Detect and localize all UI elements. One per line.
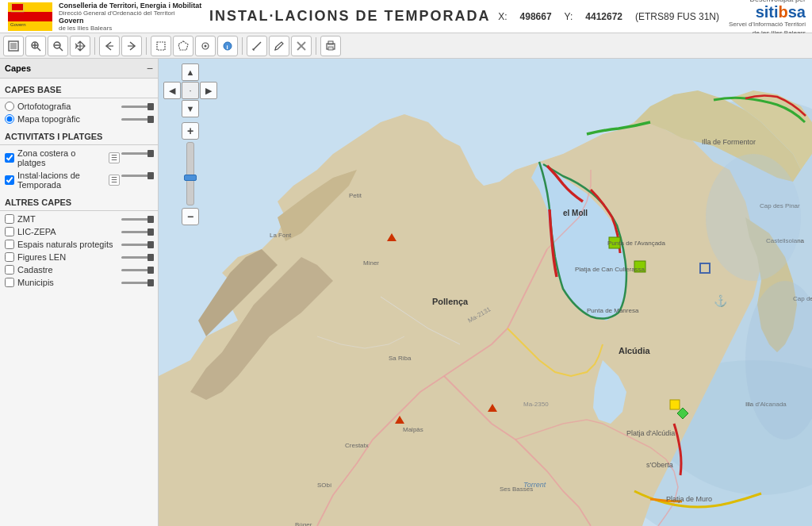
label-la-font: La Font: [270, 232, 292, 239]
svg-rect-5: [12, 4, 23, 10]
espais-naturals-checkbox[interactable]: [5, 240, 14, 249]
layer-item-ortofotografia: Ortofotografia: [0, 100, 158, 113]
select-point-button[interactable]: [195, 36, 216, 56]
sidebar-header-label: Capes: [5, 63, 31, 73]
zona-costera-opacity-slider[interactable]: [121, 152, 153, 155]
svg-rect-16: [157, 42, 165, 50]
map-svg[interactable]: ⚓ Pollença Alcúdia el Moll sa Pobla Illa…: [159, 59, 812, 526]
mapa-topografic-radio[interactable]: [5, 114, 14, 124]
select-rectangle-button[interactable]: [151, 36, 171, 56]
cadastre-opacity-slider[interactable]: [121, 269, 153, 271]
divider-2: [0, 144, 158, 145]
full-extent-button[interactable]: [3, 36, 24, 56]
svg-line-10: [37, 48, 40, 51]
mapa-topografic-opacity-slider[interactable]: [121, 118, 153, 121]
zoom-slider-track[interactable]: [186, 142, 194, 205]
label-soberta: s'Oberta: [646, 461, 673, 469]
zona-costera-list-icon[interactable]: ☰: [109, 152, 120, 163]
layer-item-figures-len: Figures LEN: [0, 251, 158, 263]
label-buger: Búger: [295, 521, 312, 526]
lic-zepa-checkbox[interactable]: [5, 227, 14, 236]
layer-item-instal-lacions: Instal·lacions de Temporada ☰: [0, 169, 158, 191]
lic-zepa-label: LIC-ZEPA: [17, 227, 118, 236]
conselleria-line1: Conselleria de Territori, Energia i Mobi…: [59, 2, 201, 10]
pan-center-button[interactable]: ·: [182, 82, 199, 99]
municipis-opacity-slider[interactable]: [121, 282, 153, 284]
zmt-label: ZMT: [17, 214, 118, 224]
label-punta-avancada: Punta de l'Avançada: [607, 240, 666, 247]
section-altres-capes: ALTRES CAPES: [0, 194, 158, 209]
ortofotografia-radio[interactable]: [5, 102, 14, 111]
section-capes-base: CAPES BASE: [0, 82, 158, 96]
label-platja-alcudia: Platja d'Alcúdia: [626, 429, 675, 437]
svg-line-22: [253, 42, 261, 50]
lic-zepa-opacity-slider[interactable]: [121, 231, 153, 233]
toolbar-separator-2: [146, 37, 147, 55]
svg-point-19: [205, 44, 207, 47]
select-polygon-button[interactable]: [173, 36, 193, 56]
municipis-checkbox[interactable]: [5, 278, 14, 287]
forward-button[interactable]: [121, 36, 142, 56]
print-button[interactable]: [320, 36, 341, 56]
zmt-opacity-slider[interactable]: [121, 218, 153, 221]
clear-button[interactable]: [291, 36, 312, 56]
zoom-out-button[interactable]: [48, 36, 68, 56]
section-activitats: ACTIVITATS I PLATGES: [0, 129, 158, 143]
measure-button[interactable]: [247, 36, 267, 56]
sitibsa-logo: Desenvolupat per sitibsa Servei d'Inform…: [729, 0, 806, 37]
divider-3: [0, 210, 158, 211]
espais-naturals-label: Espais naturals protegits: [17, 240, 118, 249]
pan-north-button[interactable]: ▲: [182, 63, 199, 81]
divider-1: [0, 98, 158, 98]
sidebar-collapse-button[interactable]: −: [147, 62, 153, 75]
zmt-checkbox[interactable]: [5, 214, 14, 224]
figures-len-opacity-slider[interactable]: [121, 256, 153, 259]
identify-button[interactable]: i: [217, 36, 238, 56]
zoom-in-button[interactable]: [25, 36, 46, 56]
pan-west-button[interactable]: ◀: [163, 82, 181, 99]
figures-len-checkbox[interactable]: [5, 252, 14, 262]
municipis-label: Municipis: [17, 278, 118, 287]
label-malpas: Malpàs: [403, 426, 423, 433]
zoom-out-map-button[interactable]: −: [182, 208, 199, 225]
zona-costera-checkbox[interactable]: [5, 153, 14, 163]
zoom-in-map-button[interactable]: +: [182, 122, 199, 140]
coord-x-value: 498667: [520, 11, 552, 22]
label-punta-manresa: Punta de Manresa: [587, 307, 639, 314]
instal-lacions-checkbox[interactable]: [5, 175, 14, 185]
pan-button[interactable]: [70, 36, 90, 56]
coord-x-label: X:: [498, 11, 507, 22]
svg-line-14: [59, 48, 63, 51]
main-area: Capes − CAPES BASE Ortofotografia Mapa t…: [0, 59, 812, 526]
zoom-controls: + −: [182, 122, 199, 225]
svg-point-35: [706, 154, 801, 281]
map-container[interactable]: ⚓ Pollença Alcúdia el Moll sa Pobla Illa…: [159, 59, 812, 526]
pan-east-button[interactable]: ▶: [200, 82, 217, 99]
page-title: INSTAL·LACIONS DE TEMPORADA: [201, 8, 498, 25]
label-road-ma2350: Ma-2350: [523, 401, 549, 408]
conselleria-line2: Direcció General d'Ordenació del Territo…: [59, 10, 201, 17]
ortofotografia-label: Ortofotografia: [17, 102, 118, 111]
ortofotografia-opacity-slider[interactable]: [121, 106, 153, 108]
zona-costera-label: Zona costera o platges: [17, 148, 105, 167]
zona-costera-icons: ☰: [109, 152, 153, 163]
label-platja-muro: Platja de Muro: [666, 495, 712, 503]
label-alcudia: Alcúdia: [619, 346, 651, 355]
label-torrent: Torrent: [523, 481, 546, 489]
draw-button[interactable]: [269, 36, 289, 56]
espais-naturals-opacity-slider[interactable]: [121, 244, 153, 246]
label-petit: Petit: [349, 192, 362, 199]
instal-lacions-list-icon[interactable]: ☰: [109, 175, 120, 186]
zoom-slider-thumb[interactable]: [184, 175, 197, 181]
back-button[interactable]: [99, 36, 120, 56]
layer-item-lic-zepa: LIC-ZEPA: [0, 225, 158, 238]
cadastre-checkbox[interactable]: [5, 265, 14, 275]
svg-rect-8: [10, 43, 17, 49]
pan-south-button[interactable]: ▼: [182, 100, 199, 117]
svg-rect-30: [328, 47, 333, 50]
instal-lacions-opacity-slider[interactable]: [121, 175, 153, 177]
map-navigation: ▲ ◀ · ▶ ▼ + −: [163, 63, 217, 225]
layer-item-municipis: Municipis: [0, 276, 158, 289]
gov-line1: Govern: [59, 17, 201, 25]
instal-lacions-label: Instal·lacions de Temporada: [17, 171, 105, 190]
